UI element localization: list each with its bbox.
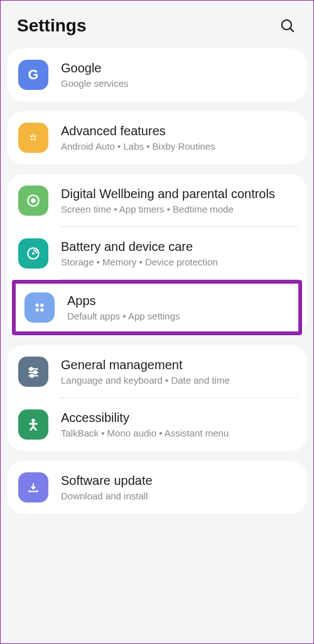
search-button[interactable]	[278, 16, 297, 35]
item-subtitle: Language and keyboard • Date and time	[61, 374, 296, 387]
svg-point-18	[34, 371, 36, 374]
header: Settings	[1, 1, 313, 48]
settings-item-general[interactable]: General managementLanguage and keyboard …	[7, 345, 307, 398]
svg-text:G: G	[28, 67, 39, 82]
item-text: Digital Wellbeing and parental controlsS…	[61, 186, 296, 216]
item-text: Advanced featuresAndroid Auto • Labs • B…	[61, 123, 296, 153]
settings-group: General managementLanguage and keyboard …	[7, 345, 307, 451]
item-text: AppsDefault apps • App settings	[67, 293, 290, 323]
apps-icon	[24, 292, 55, 323]
item-label: Advanced features	[61, 123, 296, 138]
item-text: Software updateDownload and install	[61, 473, 296, 502]
item-label: Google	[61, 60, 296, 75]
item-text: General managementLanguage and keyboard …	[61, 357, 296, 387]
svg-point-11	[40, 304, 43, 307]
person-icon	[18, 409, 48, 440]
item-text: GoogleGoogle services	[61, 60, 296, 90]
svg-point-0	[282, 20, 291, 30]
svg-point-7	[31, 198, 36, 203]
item-label: General management	[61, 357, 296, 372]
settings-item-advanced[interactable]: Advanced featuresAndroid Auto • Labs • B…	[7, 111, 307, 164]
settings-group: Software updateDownload and install	[7, 461, 307, 514]
item-text: Battery and device careStorage • Memory …	[61, 239, 296, 269]
care-icon	[18, 238, 48, 269]
item-text: AccessibilityTalkBack • Mono audio • Ass…	[61, 410, 296, 440]
highlight-frame: AppsDefault apps • App settings	[12, 280, 302, 335]
settings-group: Advanced featuresAndroid Auto • Labs • B…	[7, 111, 307, 164]
svg-rect-5	[31, 137, 36, 138]
item-label: Accessibility	[61, 410, 296, 425]
item-label: Apps	[67, 293, 290, 308]
svg-point-19	[31, 374, 33, 377]
settings-item-update[interactable]: Software updateDownload and install	[7, 461, 307, 514]
svg-point-12	[36, 308, 39, 311]
page-title: Settings	[17, 16, 86, 36]
settings-item-wellbeing[interactable]: Digital Wellbeing and parental controlsS…	[7, 174, 307, 227]
plus-icon	[18, 123, 48, 153]
update-icon	[18, 472, 48, 502]
settings-item-google[interactable]: GGoogleGoogle services	[7, 48, 307, 101]
svg-point-17	[30, 368, 33, 370]
item-label: Software update	[61, 473, 296, 488]
settings-item-accessibility[interactable]: AccessibilityTalkBack • Mono audio • Ass…	[7, 398, 307, 451]
svg-point-13	[40, 308, 43, 311]
search-icon	[279, 18, 296, 34]
item-subtitle: Default apps • App settings	[67, 310, 290, 323]
svg-line-1	[290, 28, 294, 32]
svg-point-20	[31, 419, 35, 422]
heart-icon	[18, 186, 48, 216]
item-label: Battery and device care	[61, 239, 296, 254]
item-subtitle: TalkBack • Mono audio • Assistant menu	[61, 427, 296, 440]
item-label: Digital Wellbeing and parental controls	[61, 186, 296, 201]
google-icon: G	[18, 60, 48, 90]
settings-group: GGoogleGoogle services	[7, 48, 307, 101]
item-subtitle: Google services	[61, 77, 296, 90]
item-subtitle: Download and install	[61, 490, 296, 502]
settings-item-battery[interactable]: Battery and device careStorage • Memory …	[7, 227, 307, 280]
svg-point-10	[36, 304, 39, 307]
svg-point-9	[32, 252, 35, 255]
settings-list: GGoogleGoogle servicesAdvanced featuresA…	[1, 48, 313, 514]
settings-item-apps[interactable]: AppsDefault apps • App settings	[16, 284, 298, 331]
item-subtitle: Storage • Memory • Device protection	[61, 256, 296, 269]
item-subtitle: Screen time • App timers • Bedtime mode	[61, 203, 296, 216]
settings-group: Digital Wellbeing and parental controlsS…	[7, 174, 307, 335]
sliders-icon	[18, 357, 48, 387]
item-subtitle: Android Auto • Labs • Bixby Routines	[61, 140, 296, 153]
